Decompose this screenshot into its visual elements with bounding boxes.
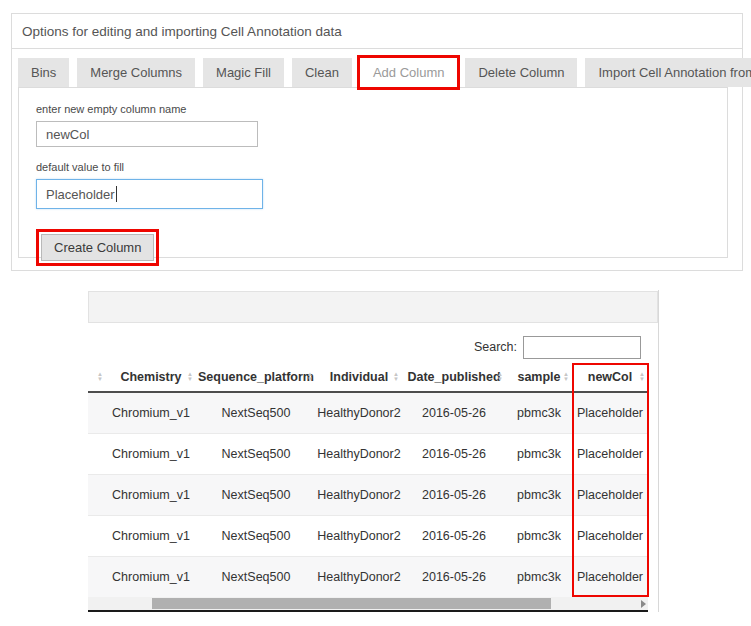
table-bottom-border bbox=[88, 610, 648, 612]
new-column-name-label: enter new empty column name bbox=[36, 103, 727, 115]
panel-title: Options for editing and importing Cell A… bbox=[12, 14, 742, 49]
search-input[interactable] bbox=[523, 336, 641, 359]
table-cell: pbmc3k bbox=[506, 474, 572, 515]
table-cell: HealthyDonor2 bbox=[316, 515, 402, 556]
table-cell: HealthyDonor2 bbox=[316, 392, 402, 433]
table-cell: Chromium_v1 bbox=[106, 392, 196, 433]
column-label: Chemistry bbox=[120, 370, 181, 384]
sort-icon: ▲▼ bbox=[187, 372, 193, 382]
table-row: Chromium_v1NextSeq500HealthyDonor22016-0… bbox=[88, 515, 648, 556]
sort-icon: ▲▼ bbox=[97, 372, 103, 382]
table-cell: Placeholder bbox=[572, 433, 648, 474]
text-cursor bbox=[116, 186, 117, 202]
table-toolbar bbox=[88, 291, 658, 323]
tab-magic-fill[interactable]: Magic Fill bbox=[203, 58, 284, 87]
default-value-field bbox=[36, 179, 263, 209]
table-cell: HealthyDonor2 bbox=[316, 474, 402, 515]
table-cell: 2016-05-26 bbox=[402, 474, 506, 515]
column-header-stub[interactable]: ▲▼ bbox=[88, 362, 106, 392]
table-cell: NextSeq500 bbox=[196, 515, 316, 556]
table-cell: Placeholder bbox=[572, 392, 648, 433]
table-cell: Chromium_v1 bbox=[106, 433, 196, 474]
table-cell: NextSeq500 bbox=[196, 433, 316, 474]
table-cell: HealthyDonor2 bbox=[316, 556, 402, 597]
search-row: Search: bbox=[88, 332, 658, 362]
column-label: Date_published bbox=[407, 370, 500, 384]
default-value-input[interactable] bbox=[36, 179, 263, 209]
column-header-date-published[interactable]: Date_published▲▼ bbox=[402, 362, 506, 392]
table-row: Chromium_v1NextSeq500HealthyDonor22016-0… bbox=[88, 392, 648, 433]
sort-icon: ▲▼ bbox=[563, 372, 569, 382]
table-cell: 2016-05-26 bbox=[402, 433, 506, 474]
table-cell bbox=[88, 433, 106, 474]
default-value-label: default value to fill bbox=[36, 161, 727, 173]
table-cell: HealthyDonor2 bbox=[316, 433, 402, 474]
add-column-tab-panel: enter new empty column name default valu… bbox=[18, 87, 728, 258]
table-body: Chromium_v1NextSeq500HealthyDonor22016-0… bbox=[88, 392, 648, 597]
panel-body: BinsMerge ColumnsMagic FillCleanAdd Colu… bbox=[12, 49, 742, 270]
table-cell bbox=[88, 556, 106, 597]
table-cell: Placeholder bbox=[572, 515, 648, 556]
scroll-right-arrow-icon[interactable] bbox=[641, 600, 646, 608]
horizontal-scrollbar[interactable] bbox=[88, 597, 648, 610]
options-panel: Options for editing and importing Cell A… bbox=[11, 13, 743, 271]
table-cell: Placeholder bbox=[572, 556, 648, 597]
table-cell: Chromium_v1 bbox=[106, 474, 196, 515]
column-header-sequence-platform[interactable]: Sequence_platform▲▼ bbox=[196, 362, 316, 392]
tab-add-column[interactable]: Add Column bbox=[360, 58, 458, 87]
table-cell: pbmc3k bbox=[506, 515, 572, 556]
table-row: Chromium_v1NextSeq500HealthyDonor22016-0… bbox=[88, 433, 648, 474]
table-cell: 2016-05-26 bbox=[402, 515, 506, 556]
sort-icon: ▲▼ bbox=[307, 372, 313, 382]
column-label: sample bbox=[517, 370, 560, 384]
table-cell: 2016-05-26 bbox=[402, 392, 506, 433]
table-cell: pbmc3k bbox=[506, 556, 572, 597]
tab-merge-columns[interactable]: Merge Columns bbox=[77, 58, 195, 87]
column-header-sample[interactable]: sample▲▼ bbox=[506, 362, 572, 392]
annotation-table: ▲▼Chemistry▲▼Sequence_platform▲▼Individu… bbox=[88, 362, 648, 597]
table-cell: Chromium_v1 bbox=[106, 556, 196, 597]
table-cell: NextSeq500 bbox=[196, 392, 316, 433]
table-row: Chromium_v1NextSeq500HealthyDonor22016-0… bbox=[88, 556, 648, 597]
tab-clean[interactable]: Clean bbox=[292, 58, 352, 87]
search-label: Search: bbox=[474, 340, 517, 354]
table-row: Chromium_v1NextSeq500HealthyDonor22016-0… bbox=[88, 474, 648, 515]
tab-delete-column[interactable]: Delete Column bbox=[465, 58, 577, 87]
table-header: ▲▼Chemistry▲▼Sequence_platform▲▼Individu… bbox=[88, 362, 648, 392]
table-cell: NextSeq500 bbox=[196, 474, 316, 515]
table-cell bbox=[88, 474, 106, 515]
table-cell: 2016-05-26 bbox=[402, 556, 506, 597]
table-cell: Chromium_v1 bbox=[106, 515, 196, 556]
column-header-individual[interactable]: Individual▲▼ bbox=[316, 362, 402, 392]
column-label: newCol bbox=[588, 370, 632, 384]
column-header-newcol[interactable]: newCol▲▼ bbox=[572, 362, 648, 392]
sort-icon: ▲▼ bbox=[639, 372, 645, 382]
tab-bins[interactable]: Bins bbox=[18, 58, 69, 87]
table-cell bbox=[88, 392, 106, 433]
table-cell: pbmc3k bbox=[506, 392, 572, 433]
table-cell: NextSeq500 bbox=[196, 556, 316, 597]
create-column-highlight: Create Column bbox=[36, 229, 159, 266]
column-header-chemistry[interactable]: Chemistry▲▼ bbox=[106, 362, 196, 392]
column-label: Individual bbox=[330, 370, 388, 384]
scrollbar-thumb[interactable] bbox=[152, 598, 551, 609]
tab-import-cell-annotation-from-file[interactable]: Import Cell Annotation from File bbox=[585, 58, 751, 87]
table-cell: Placeholder bbox=[572, 474, 648, 515]
table-cell bbox=[88, 515, 106, 556]
sort-icon: ▲▼ bbox=[393, 372, 399, 382]
tab-bar: BinsMerge ColumnsMagic FillCleanAdd Colu… bbox=[18, 58, 728, 87]
table-cell: pbmc3k bbox=[506, 433, 572, 474]
sort-icon: ▲▼ bbox=[497, 372, 503, 382]
annotation-table-panel: Search: ▲▼Chemistry▲▼Sequence_platform▲▼… bbox=[88, 290, 659, 612]
new-column-name-input[interactable] bbox=[36, 121, 258, 147]
column-label: Sequence_platform bbox=[198, 370, 314, 384]
create-column-button[interactable]: Create Column bbox=[41, 234, 154, 261]
